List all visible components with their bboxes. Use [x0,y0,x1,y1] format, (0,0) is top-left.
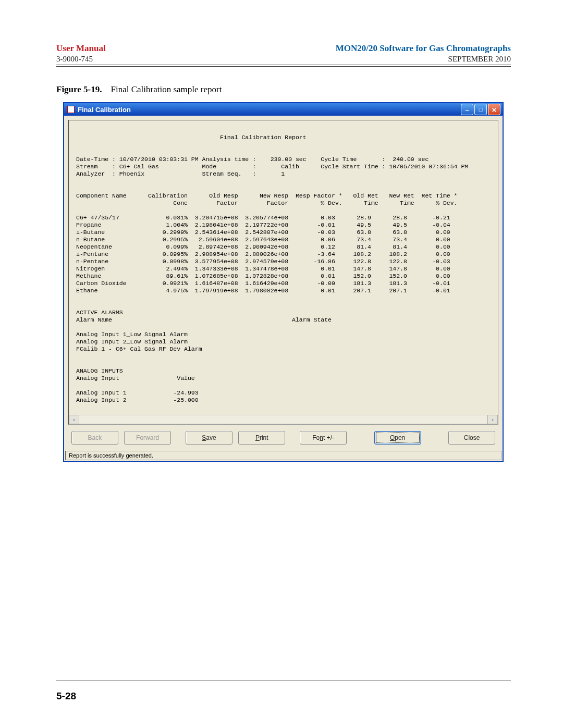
font-button[interactable]: Font +/- [300,431,347,445]
manual-title: User Manual [56,43,106,54]
scroll-right-button[interactable]: › [487,415,498,424]
page-number: 5-28 [56,690,76,702]
titlebar[interactable]: Final Calibration [64,103,503,116]
minimize-button[interactable] [461,104,473,115]
doc-header: User Manual 3-9000-745 MON20/20 Software… [56,43,511,65]
scroll-track[interactable] [79,415,487,424]
figure-caption-text: Final Calibration sample report [111,84,222,94]
maximize-button[interactable] [474,104,487,115]
status-bar: Report is successfully generated. [65,451,501,460]
open-button[interactable]: Open [374,431,421,445]
print-button[interactable]: Print [238,431,285,445]
h-scrollbar[interactable]: ‹ › [69,415,498,424]
window-close-button[interactable] [488,104,500,115]
report-text: Final Calibration Report Date-Time : 10/… [69,120,498,423]
product-title: MON20/20 Software for Gas Chromatographs [336,43,511,54]
figure-label: Figure 5-19. [56,84,102,94]
forward-button[interactable]: Forward [124,431,171,445]
report-pane[interactable]: Final Calibration Report Date-Time : 10/… [68,120,498,425]
doc-number: 3-9000-745 [56,55,106,64]
back-button[interactable]: Back [71,431,118,445]
button-row: Back Forward Save Print Font +/- Open Cl… [68,430,498,447]
document-page: User Manual 3-9000-745 MON20/20 Software… [0,0,563,728]
window-title: Final Calibration [78,106,131,114]
figure-caption: Figure 5-19. Final Calibration sample re… [56,84,511,95]
app-icon [67,106,75,113]
header-rule [56,66,511,67]
scroll-left-button[interactable]: ‹ [69,415,79,424]
app-window: Final Calibration Final Calibration Repo… [63,102,504,462]
close-button[interactable]: Close [448,431,495,445]
window-body: Final Calibration Report Date-Time : 10/… [64,116,503,451]
footer-rule [56,681,511,681]
doc-date: SEPTEMBER 2010 [336,55,511,64]
save-button[interactable]: Save [186,431,232,445]
